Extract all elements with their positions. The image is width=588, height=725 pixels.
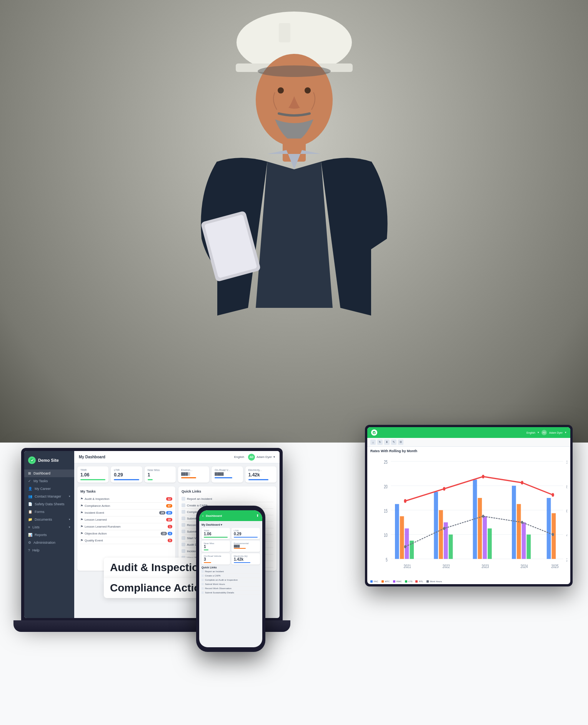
phone-stat-bar (234, 562, 250, 563)
svg-text:800000: 800000 (566, 484, 567, 489)
chart-language[interactable]: English (526, 431, 535, 434)
task-name: ⚑ Audit & Inspection (80, 497, 109, 501)
link-dot-icon (202, 575, 204, 577)
flag-icon: ⚑ (80, 504, 83, 508)
quick-link-report-incident[interactable]: Report an Incident (182, 496, 273, 502)
sidebar-item-my-tasks[interactable]: ✓ My Tasks (24, 477, 74, 485)
legend-color-lts (405, 580, 407, 583)
link-dot-icon (202, 579, 204, 581)
svg-point-4 (278, 87, 284, 94)
link-icon (182, 516, 185, 520)
link-dot-icon (202, 591, 204, 594)
chart-container: English ▾ AD Adam Dyer ▾ ⌂ ↻ ⬇ ✎ ⚙ Rates… (365, 425, 573, 586)
chart-legend: FAC MTC RWC LTS RTL Work Hours (367, 579, 570, 584)
svg-point-48 (521, 481, 523, 485)
badge-count-2: 25 (166, 511, 172, 515)
svg-rect-38 (488, 528, 492, 559)
phone-link-label: Report an Incident (205, 570, 224, 573)
task-badges: 18 (166, 518, 172, 521)
link-icon (182, 543, 185, 546)
svg-text:5: 5 (386, 557, 388, 562)
task-name: ⚑ Lesson Learned Rundown (80, 525, 120, 528)
phone-link-label: Submit Sustainability Details (205, 591, 234, 594)
task-item-objective[interactable]: ⚑ Objective Action 20 4 (80, 530, 172, 537)
phone-link-observation[interactable]: Record Work Observation (202, 586, 260, 591)
phone-stat-bar (234, 548, 246, 549)
chevron-icon: ▾ (538, 431, 539, 434)
home-button[interactable]: ⌂ (370, 439, 376, 445)
legend-label: MTC (385, 580, 390, 583)
edit-button[interactable]: ✎ (391, 439, 396, 445)
task-item-audit[interactable]: ⚑ Audit & Inspection 12 (80, 496, 172, 503)
phone-link-report[interactable]: Report an Incident (202, 570, 260, 574)
phone-stats-row-3: On-Road Vehicle 3 Electricity (kj) 1.42k (202, 553, 260, 565)
sidebar-item-lists[interactable]: ≡ Lists ▾ (24, 523, 74, 531)
sidebar-item-forms[interactable]: 📋 Forms (24, 508, 74, 516)
link-dot-icon (202, 570, 204, 573)
svg-rect-44 (551, 513, 556, 559)
share-icon: ⬆ (256, 514, 259, 518)
svg-point-53 (521, 521, 523, 524)
legend-label: RWC (396, 580, 402, 583)
user-menu[interactable]: AD Adam Dyer ▾ (248, 454, 275, 461)
task-name: ⚑ Incident Event (80, 511, 104, 515)
stat-label: On-Road V... (215, 469, 240, 471)
sidebar-item-label: Contact Manager (35, 494, 61, 498)
task-item-incident[interactable]: ⚑ Incident Event 29 25 (80, 510, 172, 516)
stat-label: Electricity... (248, 469, 273, 471)
svg-rect-35 (473, 479, 477, 559)
sidebar-item-administration[interactable]: ⚙ Administration (24, 539, 74, 546)
svg-point-50 (404, 545, 406, 548)
task-item-lesson-rundown[interactable]: ⚑ Lesson Learned Rundown 1 (80, 523, 172, 530)
phone-link-hours[interactable]: Submit Work Hours (202, 582, 260, 586)
app-topbar: My Dashboard English AD Adam Dyer ▾ (74, 451, 280, 463)
phone-link-audit[interactable]: Complete an Audit or Inspection (202, 578, 260, 582)
svg-point-9 (258, 65, 331, 77)
sidebar-item-label: Reports (35, 533, 47, 537)
phone-frame: ‹ Dashboard ⬆ My Dashboard ▾ TRIR 1.06 L… (196, 506, 265, 652)
sidebar-item-my-career[interactable]: 👤 My Career (24, 485, 74, 493)
task-badges: 47 (166, 504, 172, 508)
svg-text:2022: 2022 (443, 563, 450, 569)
task-item-compliance[interactable]: ⚑ Compliance Action 47 (80, 503, 172, 510)
sidebar-item-contact-manager[interactable]: 👥 Contact Manager ▾ (24, 493, 74, 500)
save-button[interactable]: ⬇ (384, 439, 390, 445)
task-item-lesson-learned[interactable]: ⚑ Lesson Learned 18 (80, 516, 172, 523)
badge-count: 18 (166, 518, 172, 521)
svg-rect-41 (522, 522, 526, 559)
sidebar-item-help[interactable]: ? Help (24, 546, 74, 554)
audit-inspection-label: Audit & Inspection (110, 561, 205, 573)
svg-text:600000: 600000 (566, 508, 567, 513)
phone-stat-bar (204, 550, 208, 550)
phone-stat-environ: Environmental ▓▓▓ (232, 541, 260, 552)
svg-point-49 (551, 493, 554, 497)
stat-value: ▓▓▓▓ (215, 472, 240, 476)
tasks-section-title: My Tasks (80, 489, 172, 493)
svg-rect-27 (395, 504, 399, 559)
language-selector[interactable]: English (234, 455, 244, 459)
stat-bar (80, 479, 105, 480)
sidebar-item-reports[interactable]: 📊 Reports (24, 531, 74, 539)
svg-point-52 (482, 515, 484, 518)
legend-color-fac (370, 580, 373, 583)
settings-button[interactable]: ⚙ (398, 439, 403, 445)
phone-link-capa[interactable]: Create a CAPA (202, 574, 260, 578)
svg-rect-31 (434, 492, 438, 559)
phone-stat-value: ▓▓▓ (234, 545, 258, 547)
phone-link-label: Record Work Observation (205, 587, 232, 590)
phone-quick-links-title: Quick Links (202, 566, 260, 569)
back-icon[interactable]: ‹ (202, 514, 203, 518)
sidebar-item-dashboard[interactable]: ⊞ Dashboard (24, 469, 74, 477)
stat-value: 0.29 (114, 472, 139, 478)
task-item-quality[interactable]: ⚑ Quality Event 5 (80, 537, 172, 544)
legend-label: FAC (374, 580, 378, 583)
phone-stat-value: 1 (204, 545, 228, 549)
link-dot-icon (202, 583, 204, 585)
legend-item-workhours: Work Hours (426, 580, 442, 583)
badge-count-2: 4 (168, 532, 172, 535)
sidebar-item-safety-data-sheets[interactable]: 📄 Safety Data Sheets (24, 500, 74, 508)
sidebar-item-documents[interactable]: 📁 Documents ▾ (24, 516, 74, 523)
svg-rect-34 (449, 535, 453, 559)
refresh-button[interactable]: ↻ (377, 439, 383, 445)
phone-link-sustainability[interactable]: Submit Sustainability Details (202, 591, 260, 595)
